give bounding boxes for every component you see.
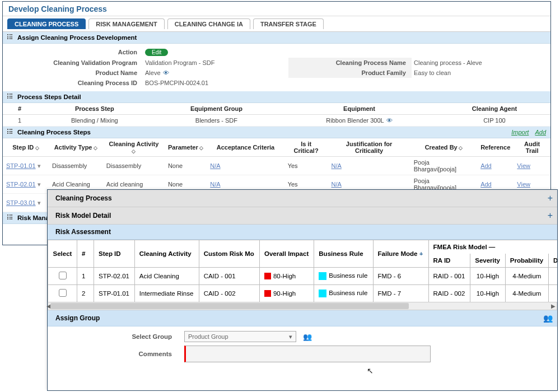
- col-created-by[interactable]: Created By: [410, 138, 477, 157]
- grip-icon: [7, 129, 14, 136]
- action-label: Action: [3, 47, 143, 58]
- col-cleaning-agent: Cleaning Agent: [438, 103, 550, 115]
- bar-risk-assessment: Risk Assessment: [48, 225, 557, 240]
- table-row: 1STP-02.01Acid CleaningCAID - 001 80-Hig…: [48, 268, 558, 285]
- tab-risk-management[interactable]: RISK MANAGEMENT: [88, 18, 164, 29]
- row-checkbox[interactable]: [59, 272, 67, 279]
- tab-cleaning-change-ia[interactable]: CLEANING CHANGE IA: [167, 18, 250, 29]
- plus-icon[interactable]: +: [417, 250, 423, 257]
- col-select: Select: [48, 240, 77, 268]
- table-row: STP-01.01 ▾ DisassemblyDisassemblyNone N…: [3, 157, 550, 175]
- col-overall-impact: Overall Impact: [259, 240, 314, 268]
- tab-cleaning-process[interactable]: CLEANING PROCESS: [7, 18, 86, 29]
- cvp-value: Validation Program - SDF: [143, 58, 288, 68]
- col-process-step: Process Step: [36, 103, 153, 115]
- cvp-label: Cleaning Validation Program: [3, 58, 143, 68]
- pn-value: Aleve: [145, 69, 161, 76]
- cleaning-process-form: Action Edit Cleaning Validation Program …: [3, 44, 550, 91]
- cyan-indicator-icon: [319, 272, 326, 280]
- step-id-link[interactable]: STP-01.01: [6, 162, 36, 169]
- red-indicator-icon: [264, 290, 271, 297]
- reference-add-link[interactable]: Add: [480, 181, 492, 188]
- table-row: 2STP-01.01Intermediate RinseCAID - 002 9…: [48, 285, 558, 302]
- section-label: Assign Cleaning Process Development: [17, 34, 137, 41]
- justification-link[interactable]: N/A: [332, 162, 342, 169]
- col-step-id[interactable]: Step ID: [3, 138, 49, 157]
- audit-view-link[interactable]: View: [517, 162, 530, 169]
- risk-assessment-panel: Cleaning Process + Risk Model Detail + R…: [47, 189, 558, 391]
- col-is-critical: Is it Critical?: [284, 138, 328, 157]
- expand-icon[interactable]: +: [548, 193, 553, 203]
- risk-assessment-table: Select # Step ID Cleaning Activity Custo…: [48, 240, 557, 302]
- grip-icon: [7, 34, 14, 41]
- main-tabs: CLEANING PROCESS RISK MANAGEMENT CLEANIN…: [3, 16, 550, 32]
- col-step-id: Step ID: [94, 240, 135, 268]
- acceptance-criteria-link[interactable]: N/A: [210, 162, 220, 169]
- col-equipment: Equipment: [280, 103, 438, 115]
- col-justification: Justification for Criticality: [328, 138, 410, 157]
- reference-add-link[interactable]: Add: [480, 162, 492, 169]
- cpid-label: Cleaning Process ID: [3, 78, 143, 88]
- col-severity: Severity: [470, 254, 505, 268]
- pf-value: Easy to clean: [412, 68, 546, 78]
- cpn-value: Cleaning process - Aleve: [412, 58, 546, 68]
- select-group-label: Select Group: [54, 333, 178, 340]
- acceptance-criteria-link[interactable]: N/A: [210, 181, 220, 188]
- pf-label: Product Family: [288, 68, 412, 78]
- add-link[interactable]: Add: [535, 129, 546, 136]
- people-icon[interactable]: 👥: [543, 314, 553, 323]
- grip-icon: [7, 214, 14, 221]
- cyan-indicator-icon: [319, 290, 326, 297]
- expand-icon[interactable]: +: [548, 211, 553, 221]
- section-process-steps-detail: Process Steps Detail: [3, 91, 550, 103]
- edit-button[interactable]: Edit: [145, 49, 168, 56]
- process-steps-detail-table: # Process Step Equipment Group Equipment…: [3, 103, 550, 127]
- col-num: #: [3, 103, 36, 115]
- horizontal-scrollbar[interactable]: [48, 302, 557, 310]
- cpn-label: Cleaning Process Name: [288, 58, 412, 68]
- section-label: Process Steps Detail: [17, 94, 81, 100]
- pn-label: Product Name: [3, 68, 143, 78]
- bar-risk-model-detail[interactable]: Risk Model Detail +: [48, 207, 557, 225]
- team-icon[interactable]: 👥: [303, 333, 312, 341]
- select-group-dropdown[interactable]: Product Group: [184, 331, 296, 342]
- col-failure-mode: Failure Mode +: [373, 240, 428, 268]
- col-business-rule: Business Rule: [314, 240, 373, 268]
- col-num: #: [77, 240, 94, 268]
- step-id-link[interactable]: STP-03.01: [6, 199, 36, 206]
- eye-icon[interactable]: 👁: [163, 69, 169, 76]
- col-cleaning-activity: Cleaning Activity: [134, 240, 199, 268]
- step-id-link[interactable]: STP-02.01: [6, 181, 36, 188]
- section-cleaning-process-steps: Cleaning Process Steps Import Add: [3, 127, 550, 138]
- bar-assign-group: Assign Group 👥: [48, 310, 557, 326]
- bar-cleaning-process[interactable]: Cleaning Process +: [48, 190, 557, 207]
- comments-input[interactable]: [184, 346, 431, 362]
- col-probability: Probability: [505, 254, 548, 268]
- col-equipment-group: Equipment Group: [153, 103, 280, 115]
- row-checkbox[interactable]: [59, 289, 67, 297]
- col-custom-risk-model: Custom Risk Mo: [199, 240, 259, 268]
- col-ra-id: RA ID: [428, 254, 470, 268]
- comments-label: Comments: [54, 351, 178, 357]
- eye-icon[interactable]: 👁: [386, 117, 393, 124]
- audit-view-link[interactable]: View: [517, 181, 530, 188]
- assign-group-form: Select Group Product Group 👥 Comments: [48, 326, 557, 370]
- col-acceptance-criteria: Acceptance Criteria: [207, 138, 284, 157]
- grip-icon: [7, 94, 14, 100]
- col-detectability: Detectability: [549, 254, 557, 268]
- table-row: 1 Blending / Mixing Blenders - SDF Ribbo…: [3, 115, 550, 127]
- col-reference: Reference: [477, 138, 514, 157]
- import-link[interactable]: Import: [511, 129, 529, 136]
- window-title: Develop Cleaning Process: [3, 2, 550, 16]
- section-label: Cleaning Process Steps: [17, 129, 91, 136]
- col-activity-type[interactable]: Activity Type: [49, 138, 103, 157]
- col-cleaning-activity[interactable]: Cleaning Activity: [103, 138, 165, 157]
- red-indicator-icon: [264, 273, 271, 279]
- tab-transfer-stage[interactable]: TRANSFER STAGE: [253, 18, 324, 29]
- section-assign-cleaning-process-development: Assign Cleaning Process Development: [3, 32, 550, 44]
- col-fmea-group: FMEA Risk Model —: [428, 240, 557, 254]
- cpid-value: BOS-PMCPIN-0024.01: [143, 78, 288, 88]
- justification-link[interactable]: N/A: [332, 181, 342, 188]
- col-audit-trail: Audit Trail: [514, 138, 550, 157]
- col-parameter[interactable]: Parameter: [165, 138, 207, 157]
